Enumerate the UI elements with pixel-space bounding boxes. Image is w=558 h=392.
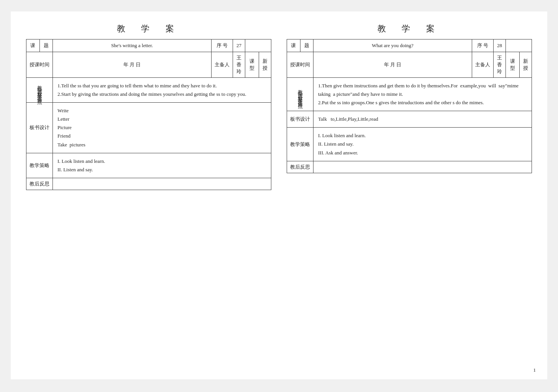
right-board-label: 板书设计 bbox=[287, 111, 313, 128]
right-ke-label: 课 bbox=[287, 39, 300, 52]
left-obj-label-text: 教学法目标及重点难点 bbox=[36, 82, 43, 97]
left-obj-label: 教学法目标及重点难点 bbox=[26, 78, 53, 103]
right-date: 年 月 日 bbox=[313, 52, 472, 78]
left-strategy-row: 教学策略 I. Look listen and learn. II. Liste… bbox=[26, 153, 271, 178]
right-strategy-label: 教学策略 bbox=[287, 128, 313, 161]
left-strategy-label-text: 教学策略 bbox=[30, 162, 49, 168]
right-seq-val: 28 bbox=[494, 39, 506, 52]
right-reflection-row: 教后反思 bbox=[287, 161, 532, 173]
right-time-row: 授课时间 年 月 日 主备人 王香玲 课 型 新授 bbox=[287, 52, 532, 78]
right-strategy-label-text: 教学策略 bbox=[290, 141, 310, 147]
left-seq-val: 27 bbox=[233, 39, 245, 52]
right-type-label: 课 型 bbox=[506, 52, 520, 78]
page: 教 学 案 课 题 She's writing a letter. 序 号 27… bbox=[11, 11, 547, 379]
ti-label: 题 bbox=[39, 39, 53, 52]
left-subject: She's writing a letter. bbox=[53, 39, 212, 52]
right-time-label: 授课时间 bbox=[287, 52, 313, 78]
right-objectives-row: 教学法目标及重点难点 1.Then give them instructions… bbox=[287, 78, 532, 111]
right-reflection-content bbox=[313, 161, 532, 173]
right-table: 课 题 What are you doing? 序 号 28 授课时间 年 月 … bbox=[287, 39, 532, 173]
right-header-row: 课 题 What are you doing? 序 号 28 bbox=[287, 39, 532, 52]
left-board-row: 板书设计 Write Letter Picture Friend Take pi… bbox=[26, 103, 271, 153]
left-main-label: 主备人 bbox=[212, 52, 233, 78]
right-main-label: 主备人 bbox=[472, 52, 494, 78]
right-board-row: 板书设计 Talk to,Little,Play,Little,read bbox=[287, 111, 532, 128]
right-name: 王香玲 bbox=[494, 52, 506, 78]
right-strategy-row: 教学策略 I. Look listen and learn. II. Liste… bbox=[287, 128, 532, 161]
left-name: 王香玲 bbox=[233, 52, 245, 78]
left-table: 课 题 She's writing a letter. 序 号 27 授课时间 … bbox=[26, 39, 271, 190]
right-obj-content: 1.Then give them instructions and get th… bbox=[313, 78, 532, 111]
left-type-label: 课 型 bbox=[245, 52, 259, 78]
left-title: 教 学 案 bbox=[26, 23, 271, 34]
left-obj-content: 1.Tell the ss that you are going to tell… bbox=[53, 78, 271, 103]
left-panel: 教 学 案 课 题 She's writing a letter. 序 号 27… bbox=[26, 23, 271, 364]
right-obj-label-text: 教学法目标及重点难点 bbox=[297, 86, 304, 101]
right-seq-label: 序 号 bbox=[472, 39, 494, 52]
right-strategy-content: I. Look listen and learn. II. Listen and… bbox=[313, 128, 532, 161]
ke-label: 课 bbox=[26, 39, 40, 52]
left-seq-label: 序 号 bbox=[212, 39, 233, 52]
left-reflection-content bbox=[53, 178, 271, 190]
right-board-label-text: 板书设计 bbox=[290, 116, 310, 122]
left-type-val: 新授 bbox=[259, 52, 271, 78]
left-strategy-label: 教学策略 bbox=[26, 153, 53, 178]
left-objectives-row: 教学法目标及重点难点 1.Tell the ss that you are go… bbox=[26, 78, 271, 103]
right-obj-label: 教学法目标及重点难点 bbox=[287, 78, 313, 111]
right-type-val: 新授 bbox=[520, 52, 532, 78]
left-time-row: 授课时间 年 月 日 主备人 王香玲 课 型 新授 bbox=[26, 52, 271, 78]
left-board-label: 板书设计 bbox=[26, 103, 53, 153]
right-title: 教 学 案 bbox=[287, 23, 532, 34]
left-board-label-text: 板书设计 bbox=[30, 125, 49, 130]
left-time-label: 授课时间 bbox=[26, 52, 53, 78]
right-ti-label: 题 bbox=[300, 39, 313, 52]
right-reflection-label: 教后反思 bbox=[287, 161, 313, 173]
left-reflection-row: 教后反思 bbox=[26, 178, 271, 190]
left-reflection-label: 教后反思 bbox=[26, 178, 53, 190]
left-strategy-content: I. Look listen and learn. II. Listen and… bbox=[53, 153, 271, 178]
page-number: 1 bbox=[533, 367, 536, 373]
left-board-content: Write Letter Picture Friend Take picture… bbox=[53, 103, 271, 153]
left-header-row: 课 题 She's writing a letter. 序 号 27 bbox=[26, 39, 271, 52]
right-reflection-label-text: 教后反思 bbox=[290, 164, 310, 170]
left-date: 年 月 日 bbox=[53, 52, 212, 78]
left-reflection-label-text: 教后反思 bbox=[30, 181, 49, 187]
right-panel: 教 学 案 课 题 What are you doing? 序 号 28 授课时… bbox=[287, 23, 532, 364]
right-subject: What are you doing? bbox=[313, 39, 472, 52]
right-board-content: Talk to,Little,Play,Little,read bbox=[313, 111, 532, 128]
